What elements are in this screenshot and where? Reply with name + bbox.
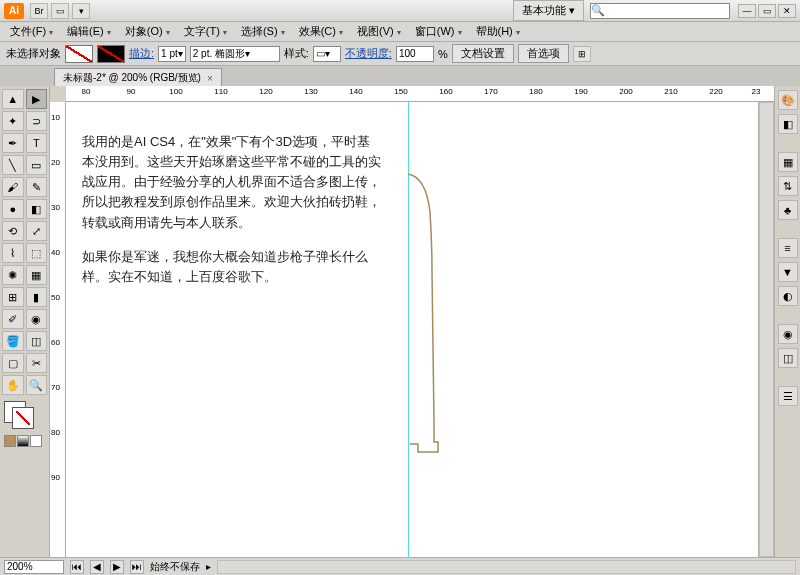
color-mode-icon[interactable] [4,435,16,447]
warp-tool[interactable]: ⌇ [2,243,24,263]
stroke-weight-value: 1 pt [161,48,178,59]
live-paint-tool[interactable]: 🪣 [2,331,24,351]
menu-object[interactable]: 对象(O) ▾ [121,22,174,41]
menu-edit[interactable]: 编辑(E) ▾ [63,22,115,41]
artboard-next-icon[interactable]: ▶ [110,560,124,574]
ruler-tick: 140 [349,87,362,96]
opacity-input[interactable] [396,46,434,62]
chevron-right-icon[interactable]: ▸ [206,561,211,572]
ruler-vertical[interactable]: 10 20 30 40 50 60 70 80 90 [50,102,66,557]
style-label: 样式: [284,46,309,61]
preferences-button[interactable]: 首选项 [518,44,569,63]
blob-brush-tool[interactable]: ● [2,199,24,219]
rotate-tool[interactable]: ⟲ [2,221,24,241]
slice-tool[interactable]: ✂ [26,353,48,373]
chevron-down-icon: ▾ [397,28,401,37]
bullet-outline-path[interactable] [386,172,446,462]
ruler-horizontal[interactable]: 80 90 100 110 120 130 140 150 160 170 18… [66,86,774,102]
symbols-panel-icon[interactable]: ♣ [778,200,798,220]
document-setup-button[interactable]: 文档设置 [452,44,514,63]
zoom-level-input[interactable]: 200% [4,560,64,574]
menu-view[interactable]: 视图(V) ▾ [353,22,405,41]
ruler-tick: 110 [214,87,227,96]
style-select[interactable]: ▭▾ [313,46,341,62]
stroke-color[interactable] [12,407,34,429]
brush-select[interactable]: 2 pt. 椭圆形 ▾ [190,46,280,62]
opacity-link[interactable]: 不透明度: [345,46,392,61]
none-mode-icon[interactable] [30,435,42,447]
app-logo: Ai [4,3,24,19]
menu-help[interactable]: 帮助(H) ▾ [472,22,524,41]
brushes-panel-icon[interactable]: ⇅ [778,176,798,196]
ruler-tick: 130 [304,87,317,96]
rectangle-tool[interactable]: ▭ [26,155,48,175]
artboard-first-icon[interactable]: ⏮ [70,560,84,574]
close-tab-icon[interactable]: × [207,73,213,84]
maximize-button[interactable]: ▭ [758,4,776,18]
paintbrush-tool[interactable]: 🖌 [2,177,24,197]
menu-window[interactable]: 窗口(W) ▾ [411,22,466,41]
fill-stroke-control[interactable] [2,401,47,431]
menu-file[interactable]: 文件(F) ▾ [6,22,57,41]
graph-tool[interactable]: ▦ [26,265,48,285]
stroke-panel-link[interactable]: 描边: [129,46,154,61]
pencil-tool[interactable]: ✎ [26,177,48,197]
selection-tool[interactable]: ▲ [2,89,24,109]
scale-tool[interactable]: ⤢ [26,221,48,241]
ruler-tick: 150 [394,87,407,96]
color-guide-panel-icon[interactable]: ◧ [778,114,798,134]
type-tool[interactable]: T [26,133,48,153]
document-tab[interactable]: 未标题-2* @ 200% (RGB/预览) × [54,68,222,86]
artboard-tool[interactable]: ▢ [2,353,24,373]
gradient-panel-icon[interactable]: ▼ [778,262,798,282]
eraser-tool[interactable]: ◧ [26,199,48,219]
scrollbar-thumb[interactable] [218,561,795,573]
scrollbar-horizontal[interactable] [217,560,796,574]
gradient-mode-icon[interactable] [17,435,29,447]
scrollbar-vertical[interactable] [758,102,774,557]
blend-tool[interactable]: ◉ [26,309,48,329]
direct-selection-tool[interactable]: ▶ [26,89,48,109]
free-transform-tool[interactable]: ⬚ [26,243,48,263]
lasso-tool[interactable]: ⊃ [26,111,48,131]
canvas-area[interactable]: 我用的是AI CS4，在"效果"下有个3D选项，平时基本没用到。这些天开始琢磨这… [66,102,758,557]
mesh-tool[interactable]: ⊞ [2,287,24,307]
align-icon[interactable]: ⊞ [573,46,591,62]
ruler-tick: 160 [439,87,452,96]
pen-tool[interactable]: ✒ [2,133,24,153]
graphic-styles-panel-icon[interactable]: ◫ [778,348,798,368]
scrollbar-thumb[interactable] [759,102,774,557]
artboard-prev-icon[interactable]: ◀ [90,560,104,574]
stroke-panel-icon[interactable]: ≡ [778,238,798,258]
stroke-weight-input[interactable]: 1 pt ▾ [158,46,186,62]
close-button[interactable]: ✕ [778,4,796,18]
transparency-panel-icon[interactable]: ◐ [778,286,798,306]
eyedropper-tool[interactable]: ✐ [2,309,24,329]
bridge-icon[interactable]: Br [30,3,48,19]
arrange-dropdown-icon[interactable]: ▾ [72,3,90,19]
layers-panel-icon[interactable]: ☰ [778,386,798,406]
menu-type[interactable]: 文字(T) ▾ [180,22,231,41]
line-tool[interactable]: ╲ [2,155,24,175]
fill-swatch[interactable] [65,45,93,63]
gradient-tool[interactable]: ▮ [26,287,48,307]
ruler-tick: 90 [51,473,60,482]
zoom-tool[interactable]: 🔍 [26,375,48,395]
hand-tool[interactable]: ✋ [2,375,24,395]
menu-select[interactable]: 选择(S) ▾ [237,22,289,41]
symbol-sprayer-tool[interactable]: ✺ [2,265,24,285]
arrange-icon[interactable]: ▭ [51,3,69,19]
minimize-button[interactable]: — [738,4,756,18]
appearance-panel-icon[interactable]: ◉ [778,324,798,344]
stroke-swatch[interactable] [97,45,125,63]
workspace-switcher[interactable]: 基本功能 ▾ [513,0,584,21]
search-input[interactable]: 🔍 [590,3,730,19]
live-paint-selection-tool[interactable]: ◫ [26,331,48,351]
artboard-last-icon[interactable]: ⏭ [130,560,144,574]
swatches-panel-icon[interactable]: ▦ [778,152,798,172]
menu-effect[interactable]: 效果(C) ▾ [295,22,347,41]
color-panel-icon[interactable]: 🎨 [778,90,798,110]
ruler-tick: 60 [51,338,60,347]
menu-edit-label: 编辑(E) [67,25,104,37]
magic-wand-tool[interactable]: ✦ [2,111,24,131]
